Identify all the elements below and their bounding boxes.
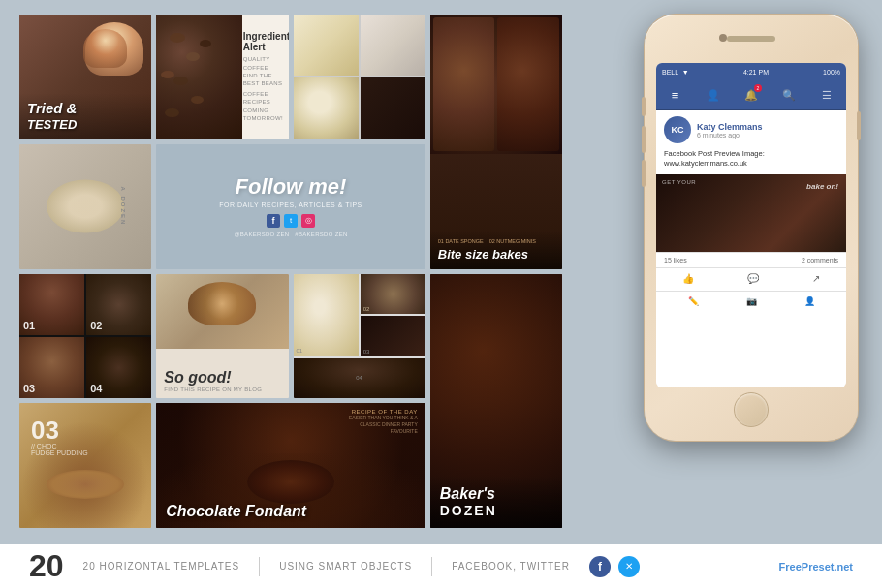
bottom-bar: 20 20 HORIZONTAL TEMPLATES USING SMART O… xyxy=(0,544,882,588)
card-ingredient-alert: Ingredient Alert QUALITY COFFEE FIND THE… xyxy=(156,15,288,139)
choc-cell: 03 xyxy=(361,316,425,356)
freepreset-watermark: FreePreset.net xyxy=(779,561,853,573)
bakers-title: Baker's xyxy=(440,485,552,503)
card-grid-choc xyxy=(361,77,425,139)
fondant-recipe-sub: EASIER THAN YOU THINK & A CLASSIC DINNER… xyxy=(340,415,418,435)
fb-action-photo[interactable]: 📷 xyxy=(746,296,757,306)
num-04-cell: 04 xyxy=(86,337,151,398)
num-label-04: 04 xyxy=(356,375,362,381)
fb-action-write[interactable]: ✏️ xyxy=(688,296,699,306)
bite-label-1: 01 DATE SPONGE xyxy=(438,238,484,244)
card-numbered: 01 02 03 04 xyxy=(19,274,151,399)
fb-post-card: KC Katy Clemmans 6 minutes ago Facebook … xyxy=(656,110,846,387)
fb-post-header: KC Katy Clemmans 6 minutes ago xyxy=(656,110,846,149)
fb-nav-friends[interactable]: 👤 xyxy=(703,84,724,106)
fb-post-time: 6 minutes ago xyxy=(697,132,838,139)
instagram-icon: ◎ xyxy=(301,214,315,228)
card-tried-tested: Tried & TESTED xyxy=(19,15,151,139)
card-grid-butter xyxy=(294,15,359,76)
follow-me-subtitle: FOR DAILY RECIPES, ARTICLES & TIPS xyxy=(219,201,362,208)
num-02-cell: 02 xyxy=(86,274,151,335)
templates-grid: Tried & TESTED xyxy=(19,15,562,528)
phone-mockup: BELL ▼ 4:21 PM 100% ≡ 👤 xyxy=(645,15,858,441)
fb-nav-search[interactable]: 🔍 xyxy=(778,84,800,106)
phone-status-bar: BELL ▼ 4:21 PM 100% xyxy=(656,63,846,80)
so-good-title: So good! xyxy=(164,369,280,387)
choc-fudge-label1: // CHOC xyxy=(31,443,88,449)
divider-1 xyxy=(259,557,260,576)
fb-post-image-overlay: bake on! xyxy=(806,182,838,191)
bite-title: Bite size bakes xyxy=(438,247,554,262)
card-tested-subtitle: TESTED xyxy=(27,117,143,132)
templates-count: 20 xyxy=(29,548,64,584)
main-container: Tried & TESTED xyxy=(0,0,882,588)
card-bite-size: 01 DATE SPONGE 02 NUTMEG MINIS Bite size… xyxy=(430,15,562,269)
coffee-cell: 04 xyxy=(294,358,425,399)
phone-btn-vol-down xyxy=(642,160,646,187)
bakers-subtitle: DOZEN xyxy=(440,503,552,518)
twitter-icon: t xyxy=(284,214,298,228)
templates-grid-area: Tried & TESTED xyxy=(19,15,562,528)
so-good-sub: FIND THIS RECIPE ON MY BLOG xyxy=(164,387,280,392)
feature-smart-objects: USING SMART OBJECTS xyxy=(279,561,412,572)
card-butter-bowl: A DOZEN xyxy=(19,144,151,269)
templates-label: 20 HORIZONTAL TEMPLATES xyxy=(83,561,240,572)
bottom-facebook-icon: f xyxy=(589,556,611,577)
fb-nav-more[interactable]: ☰ xyxy=(816,84,837,106)
fb-share-button[interactable]: ↗ xyxy=(812,273,820,284)
phone-btn-vol-up xyxy=(642,126,646,153)
follow-me-social-icons: f t ◎ xyxy=(267,214,315,228)
card-ingredient-title: Ingredient Alert xyxy=(243,31,284,52)
card-so-good: So good! FIND THIS RECIPE ON MY BLOG xyxy=(156,274,288,399)
fb-like-button[interactable]: 👍 xyxy=(682,273,694,284)
phone-carrier: BELL ▼ xyxy=(662,69,689,76)
follow-me-hashtags: @BAKERSDO ZEN #BAKERSDO ZEN xyxy=(234,232,347,237)
num-03: 03 xyxy=(23,383,35,394)
choc-fudge-num: 03 xyxy=(31,418,88,443)
fb-post-text: Facebook Post Preview Image: www.katycle… xyxy=(656,149,846,174)
phone-frame: BELL ▼ 4:21 PM 100% ≡ 👤 xyxy=(645,15,858,441)
phone-speaker xyxy=(727,36,775,42)
phone-home-button[interactable] xyxy=(734,392,769,427)
fb-nav-menu[interactable]: ≡ xyxy=(665,84,686,106)
num-label-02: 02 xyxy=(363,306,370,312)
num-04: 04 xyxy=(90,383,102,394)
choc-fudge-label2: FUDGE PUDDING xyxy=(31,449,88,456)
facebook-icon: f xyxy=(267,214,280,228)
phone-battery: 100% xyxy=(823,69,840,76)
phone-fb-nav: ≡ 👤 🔔 2 🔍 ☰ xyxy=(656,80,846,110)
fb-nav-notifications[interactable]: 🔔 2 xyxy=(740,84,762,106)
num-03-cell: 03 xyxy=(19,337,84,398)
card-tried-tested-title: Tried & xyxy=(27,101,143,117)
num-02: 02 xyxy=(90,320,102,331)
num-label-03: 03 xyxy=(363,349,370,355)
fb-action-tag[interactable]: 👤 xyxy=(804,296,815,306)
card-ingredient-sub: QUALITY COFFEE FIND THE BEST BEANS COFFE… xyxy=(243,55,284,122)
fb-post-actions: 👍 💬 ↗ xyxy=(656,268,846,289)
bottom-social-icons: f ✕ xyxy=(589,556,640,577)
fb-user-avatar: KC xyxy=(664,116,691,143)
fondant-title: Chocolate Fondant xyxy=(166,503,306,520)
fb-post-stats: 15 likes 2 comments xyxy=(656,252,846,268)
card-image-grid xyxy=(294,15,425,139)
phone-btn-right xyxy=(857,111,861,140)
card-ingredient-grid: 01 02 03 04 xyxy=(294,274,425,399)
follow-me-title: Follow me! xyxy=(236,176,347,198)
card-chocolate-fondant: RECIPE OF THE DAY EASIER THAN YOU THINK … xyxy=(156,403,425,528)
fb-bottom-actions: ✏️ 📷 👤 xyxy=(656,291,846,311)
divider-2 xyxy=(431,557,432,576)
butter-side-label: A DOZEN xyxy=(121,187,127,227)
eggs-cell: 01 xyxy=(294,274,359,356)
spice-cell: 02 xyxy=(361,274,425,315)
fb-post-username: Katy Clemmans xyxy=(697,122,838,132)
bite-label-2: 02 NUTMEG MINIS xyxy=(489,238,536,244)
num-label-01: 01 xyxy=(297,348,303,354)
phone-screen: BELL ▼ 4:21 PM 100% ≡ 👤 xyxy=(656,63,846,387)
num-01: 01 xyxy=(23,320,35,331)
card-grid-cream xyxy=(361,15,425,76)
feature-platforms: FACEBOOK, TWITTER xyxy=(452,561,570,572)
fb-get-label: GET YOUR xyxy=(662,179,696,185)
phone-btn-silent xyxy=(642,97,646,116)
bottom-twitter-icon: ✕ xyxy=(618,556,640,577)
fb-comment-button[interactable]: 💬 xyxy=(747,273,759,284)
